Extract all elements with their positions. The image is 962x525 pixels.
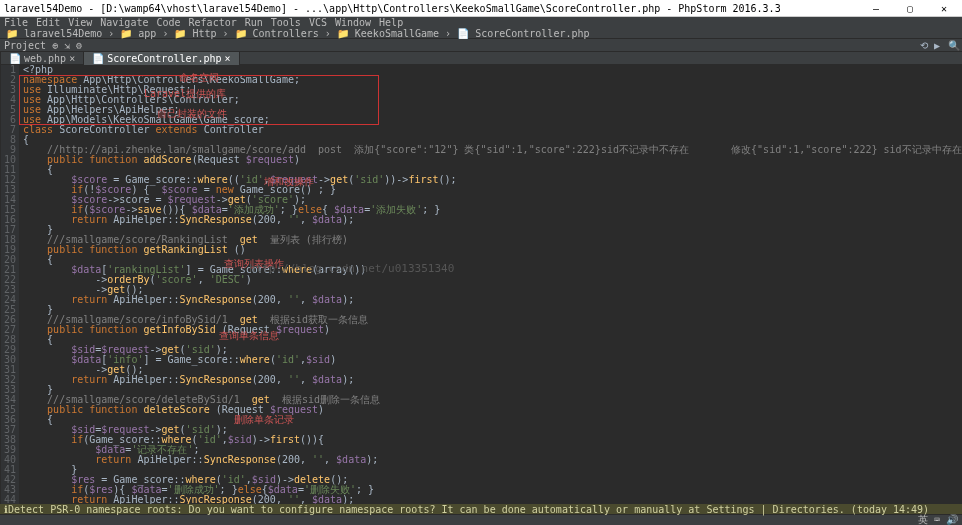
menu-bar: FileEditViewNavigateCodeRefactorRunTools… <box>0 17 962 28</box>
menu-code[interactable]: Code <box>156 17 180 28</box>
crumb[interactable]: ScoreController.php <box>475 28 589 39</box>
minimize-button[interactable]: — <box>862 3 890 14</box>
settings-icon[interactable]: ⚙ <box>76 40 82 51</box>
editor-tabs: 📄web.php×📄ScoreController.php× <box>1 52 962 65</box>
annotation: 自己封装的文件 <box>157 109 227 119</box>
menu-file[interactable]: File <box>4 17 28 28</box>
editor-tab[interactable]: 📄ScoreController.php× <box>84 52 239 65</box>
menu-refactor[interactable]: Refactor <box>189 17 237 28</box>
crumb[interactable]: app <box>138 28 156 39</box>
menu-tools[interactable]: Tools <box>271 17 301 28</box>
code-line[interactable]: return ApiHelper::SyncResponse(200, '', … <box>23 455 962 465</box>
annotation: Laravel提供的库 <box>144 89 226 99</box>
crumb[interactable]: KeekoSmallGame <box>355 28 439 39</box>
menu-vcs[interactable]: VCS <box>309 17 327 28</box>
folder-icon: 📄 <box>457 28 469 39</box>
menu-run[interactable]: Run <box>245 17 263 28</box>
code-line[interactable]: return ApiHelper::SyncResponse(200, '', … <box>23 375 962 385</box>
breadcrumb: 📁laravel54Demo›📁app›📁Http›📁Controllers›📁… <box>0 28 962 39</box>
annotation: 查询单条信息 <box>219 331 279 341</box>
line-gutter: 1234567891011121314151617181920212223242… <box>1 65 19 504</box>
annotation: 删除单条记录 <box>234 415 294 425</box>
menu-window[interactable]: Window <box>335 17 371 28</box>
code-line[interactable]: $data['info'] = Game_score::where('id',$… <box>23 355 962 365</box>
window-buttons: — ▢ ✕ <box>862 3 958 14</box>
code-editor[interactable]: 1234567891011121314151617181920212223242… <box>1 65 962 504</box>
crumb[interactable]: Controllers <box>253 28 319 39</box>
menu-help[interactable]: Help <box>379 17 403 28</box>
code-line[interactable]: return ApiHelper::SyncResponse(200, '', … <box>23 215 962 225</box>
code-line[interactable]: public function getRankingList () <box>23 245 962 255</box>
code-line[interactable]: ->orderBy('score', 'DESC') <box>23 275 962 285</box>
code-line[interactable]: class ScoreController extends Controller <box>23 125 962 135</box>
folder-icon: 📁 <box>120 28 132 39</box>
menu-edit[interactable]: Edit <box>36 17 60 28</box>
crumb[interactable]: laravel54Demo <box>24 28 102 39</box>
tool-icon[interactable]: ⟲ <box>920 40 930 50</box>
code-line[interactable]: return ApiHelper::SyncResponse(200, '', … <box>23 495 962 504</box>
status-bar: 英 ⌨ 🔊 <box>0 514 962 525</box>
folder-icon: 📁 <box>235 28 247 39</box>
close-icon[interactable]: × <box>69 53 75 64</box>
status-right: 英 ⌨ 🔊 <box>918 513 958 525</box>
expand-icon[interactable]: ⊕ <box>52 40 58 51</box>
window-titlebar: laravel54Demo - [D:\wamp64\vhost\laravel… <box>0 0 962 17</box>
editor-tab[interactable]: 📄web.php× <box>1 52 84 65</box>
collapse-icon[interactable]: ⇲ <box>64 40 70 51</box>
menu-navigate[interactable]: Navigate <box>100 17 148 28</box>
folder-icon: 📁 <box>337 28 349 39</box>
crumb[interactable]: Http <box>192 28 216 39</box>
code-line[interactable]: return ApiHelper::SyncResponse(200, '', … <box>23 295 962 305</box>
close-icon[interactable]: × <box>225 53 231 64</box>
annotation: 查询列表操作 <box>224 259 284 269</box>
annotation: 增和改操作 <box>264 177 314 187</box>
toolbar: Project ⊕ ⇲ ⚙ ⟲ ▶ 🔍 <box>0 39 962 52</box>
project-tab-label[interactable]: Project <box>4 40 46 51</box>
folder-icon: 📁 <box>174 28 186 39</box>
annotation: 命名空间 <box>179 73 219 83</box>
menu-view[interactable]: View <box>68 17 92 28</box>
code-line[interactable]: public function addScore(Request $reques… <box>23 155 962 165</box>
code-content[interactable]: 命名空间 Laravel提供的库 自己封装的文件 增和改操作 查询列表操作 查询… <box>19 65 962 504</box>
maximize-button[interactable]: ▢ <box>896 3 924 14</box>
code-line[interactable]: public function getInfoBySid (Request $r… <box>23 325 962 335</box>
window-title: laravel54Demo - [D:\wamp64\vhost\laravel… <box>4 3 781 14</box>
code-line[interactable]: public function deleteScore (Request $re… <box>23 405 962 415</box>
notification-bar[interactable]: ℹ Detect PSR-0 namespace roots: Do you w… <box>0 504 962 514</box>
search-icon[interactable]: 🔍 <box>948 40 958 50</box>
close-button[interactable]: ✕ <box>930 3 958 14</box>
tool-icon[interactable]: ▶ <box>934 40 944 50</box>
notification-text: Detect PSR-0 namespace roots: Do you wan… <box>8 504 929 515</box>
folder-icon: 📁 <box>6 28 18 39</box>
